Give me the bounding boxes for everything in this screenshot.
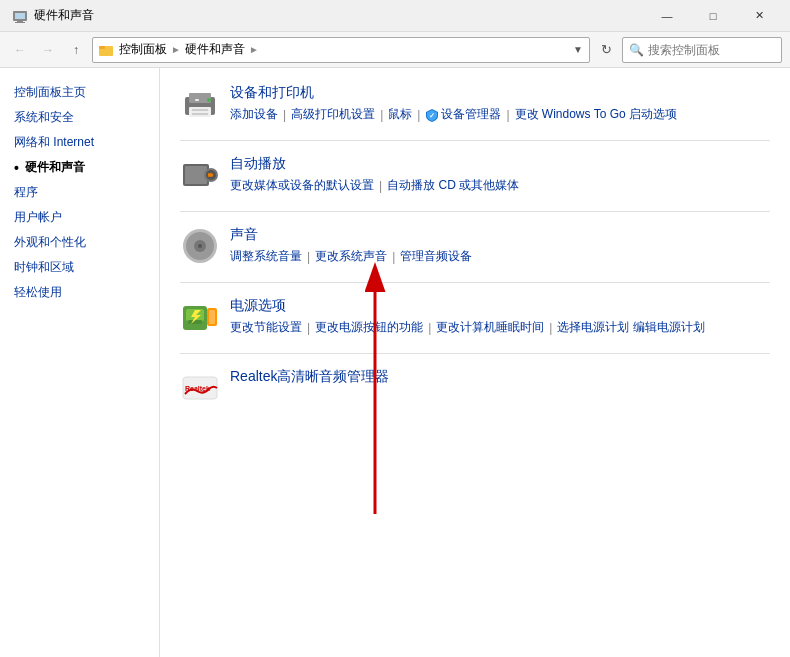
sidebar-item-programs[interactable]: 程序 [0, 180, 159, 205]
link-device-manager[interactable]: ✓ 设备管理器 [425, 106, 501, 123]
maximize-button[interactable]: □ [690, 0, 736, 32]
sound-svg-icon [181, 227, 219, 265]
link-add-device[interactable]: 添加设备 [230, 106, 278, 123]
link-autoplay-cd[interactable]: 自动播放 CD 或其他媒体 [387, 177, 519, 194]
title-bar-left: 硬件和声音 [12, 7, 94, 24]
autoplay-title[interactable]: 自动播放 [230, 155, 770, 173]
sound-icon [180, 226, 220, 266]
link-windows-to-go[interactable]: 更改 Windows To Go 启动选项 [515, 106, 677, 123]
power-title[interactable]: 电源选项 [230, 297, 770, 315]
title-icon [12, 8, 28, 24]
autoplay-icon [180, 155, 220, 195]
link-power-button-function[interactable]: 更改电源按钮的功能 [315, 319, 423, 336]
svg-rect-11 [195, 99, 199, 101]
category-power: 电源选项 更改节能设置 | 更改电源按钮的功能 | 更改计算机睡眠时间 | 选择… [180, 297, 770, 337]
category-autoplay: 自动播放 更改媒体或设备的默认设置 | 自动播放 CD 或其他媒体 [180, 155, 770, 195]
link-adjust-volume[interactable]: 调整系统音量 [230, 248, 302, 265]
devices-printers-title[interactable]: 设备和打印机 [230, 84, 770, 102]
breadcrumb-sep1: ► [171, 44, 181, 55]
sidebar-item-network[interactable]: 网络和 Internet [0, 130, 159, 155]
printer-svg-icon [181, 85, 219, 123]
realtek-title[interactable]: Realtek高清晰音频管理器 [230, 368, 770, 386]
svg-text:✓: ✓ [429, 112, 435, 119]
breadcrumb: 控制面板 ► 硬件和声音 ► [117, 41, 569, 58]
devices-printers-links: 添加设备 | 高级打印机设置 | 鼠标 | ✓ 设备管理器 [230, 106, 770, 123]
breadcrumb-hardware[interactable]: 硬件和声音 [183, 41, 247, 58]
breadcrumb-controlpanel[interactable]: 控制面板 [117, 41, 169, 58]
content-wrapper: 设备和打印机 添加设备 | 高级打印机设置 | 鼠标 | ✓ [180, 84, 770, 408]
sidebar-item-controlpanel-home[interactable]: 控制面板主页 [0, 80, 159, 105]
back-button[interactable]: ← [8, 38, 32, 62]
realtek-content: Realtek高清晰音频管理器 [230, 368, 770, 390]
search-input[interactable] [648, 43, 768, 57]
category-sound: 声音 调整系统音量 | 更改系统声音 | 管理音频设备 [180, 226, 770, 266]
search-box[interactable]: 🔍 [622, 37, 782, 63]
title-bar-controls: — □ ✕ [644, 0, 782, 32]
shield-icon: ✓ [425, 108, 439, 122]
link-printer-settings[interactable]: 高级打印机设置 [291, 106, 375, 123]
sidebar-item-ease-access[interactable]: 轻松使用 [0, 280, 159, 305]
power-svg-icon [181, 298, 219, 336]
folder-icon [99, 43, 113, 57]
sidebar-item-system-security[interactable]: 系统和安全 [0, 105, 159, 130]
search-icon: 🔍 [629, 43, 644, 57]
close-button[interactable]: ✕ [736, 0, 782, 32]
link-power-plan[interactable]: 选择电源计划 [557, 319, 629, 336]
address-bar-input[interactable]: 控制面板 ► 硬件和声音 ► ▼ [92, 37, 590, 63]
svg-rect-5 [99, 46, 105, 49]
svg-rect-9 [192, 109, 208, 111]
minimize-button[interactable]: — [644, 0, 690, 32]
up-button[interactable]: ↑ [64, 38, 88, 62]
divider-1 [180, 140, 770, 141]
address-dropdown-chevron[interactable]: ▼ [573, 44, 583, 55]
link-sleep-time[interactable]: 更改计算机睡眠时间 [436, 319, 544, 336]
link-energy-settings[interactable]: 更改节能设置 [230, 319, 302, 336]
divider-2 [180, 211, 770, 212]
power-icon [180, 297, 220, 337]
refresh-button[interactable]: ↻ [594, 38, 618, 62]
link-edit-power-plan[interactable]: 编辑电源计划 [633, 319, 705, 336]
svg-rect-10 [192, 113, 208, 115]
sound-content: 声音 调整系统音量 | 更改系统声音 | 管理音频设备 [230, 226, 770, 265]
svg-rect-26 [188, 320, 202, 324]
svg-rect-1 [15, 13, 25, 19]
link-manage-audio-devices[interactable]: 管理音频设备 [400, 248, 472, 265]
svg-point-23 [198, 244, 202, 248]
svg-point-12 [207, 98, 211, 102]
svg-rect-3 [15, 22, 25, 23]
sidebar-item-hardware-sound[interactable]: 硬件和声音 [0, 155, 159, 180]
divider-3 [180, 282, 770, 283]
link-change-system-sounds[interactable]: 更改系统声音 [315, 248, 387, 265]
svg-rect-15 [185, 166, 207, 184]
autoplay-links: 更改媒体或设备的默认设置 | 自动播放 CD 或其他媒体 [230, 177, 770, 194]
autoplay-svg-icon [181, 156, 219, 194]
power-content: 电源选项 更改节能设置 | 更改电源按钮的功能 | 更改计算机睡眠时间 | 选择… [230, 297, 770, 336]
content-area: 设备和打印机 添加设备 | 高级打印机设置 | 鼠标 | ✓ [160, 68, 790, 657]
link-change-media-default[interactable]: 更改媒体或设备的默认设置 [230, 177, 374, 194]
category-devices-printers: 设备和打印机 添加设备 | 高级打印机设置 | 鼠标 | ✓ [180, 84, 770, 124]
autoplay-content: 自动播放 更改媒体或设备的默认设置 | 自动播放 CD 或其他媒体 [230, 155, 770, 194]
power-links: 更改节能设置 | 更改电源按钮的功能 | 更改计算机睡眠时间 | 选择电源计划 … [230, 319, 770, 336]
realtek-icon: Realtek [180, 368, 220, 408]
main-layout: 控制面板主页 系统和安全 网络和 Internet 硬件和声音 程序 用户帐户 … [0, 68, 790, 657]
category-realtek: Realtek Realtek高清晰音频管理器 [180, 368, 770, 408]
breadcrumb-sep2: ► [249, 44, 259, 55]
sound-title[interactable]: 声音 [230, 226, 770, 244]
link-mouse[interactable]: 鼠标 [388, 106, 412, 123]
address-bar: ← → ↑ 控制面板 ► 硬件和声音 ► ▼ ↻ 🔍 [0, 32, 790, 68]
sidebar-item-clock-region[interactable]: 时钟和区域 [0, 255, 159, 280]
devices-printers-content: 设备和打印机 添加设备 | 高级打印机设置 | 鼠标 | ✓ [230, 84, 770, 123]
sidebar-item-appearance[interactable]: 外观和个性化 [0, 230, 159, 255]
devices-printers-icon [180, 84, 220, 124]
sound-links: 调整系统音量 | 更改系统声音 | 管理音频设备 [230, 248, 770, 265]
title-bar: 硬件和声音 — □ ✕ [0, 0, 790, 32]
forward-button[interactable]: → [36, 38, 60, 62]
svg-rect-8 [189, 107, 211, 117]
sidebar: 控制面板主页 系统和安全 网络和 Internet 硬件和声音 程序 用户帐户 … [0, 68, 160, 657]
title-text: 硬件和声音 [34, 7, 94, 24]
divider-4 [180, 353, 770, 354]
realtek-svg-icon: Realtek [181, 369, 219, 407]
svg-rect-29 [209, 310, 215, 324]
sidebar-item-user-accounts[interactable]: 用户帐户 [0, 205, 159, 230]
